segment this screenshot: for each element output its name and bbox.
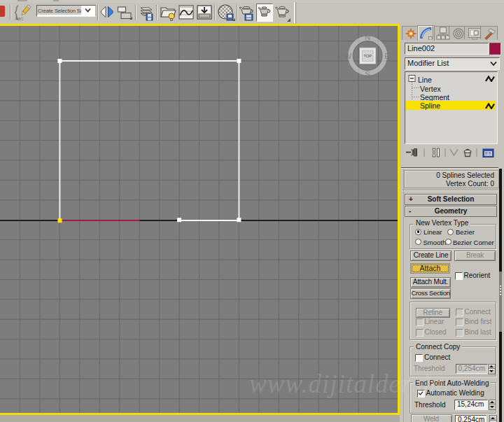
svg-text:TOP: TOP xyxy=(363,54,372,58)
svg-text:ABC: ABC xyxy=(15,17,23,21)
svg-text:S: S xyxy=(365,70,370,78)
svg-text:N: N xyxy=(365,33,370,41)
svg-text:E: E xyxy=(384,52,389,60)
svg-text:W: W xyxy=(344,52,352,60)
